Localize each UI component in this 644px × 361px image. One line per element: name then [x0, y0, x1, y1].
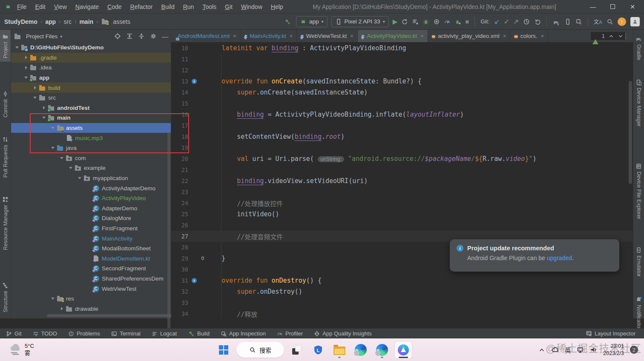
previous-problem-icon[interactable]	[608, 33, 614, 39]
sidebar-item-device-manager[interactable]: Device Manager	[633, 76, 644, 130]
tree-chevron-open-icon[interactable]	[14, 44, 20, 51]
toolwindow-app-quality-insights[interactable]: App Quality Insights	[314, 330, 372, 337]
taskbar-icon-edge-profile[interactable]	[374, 341, 391, 358]
git-update-icon[interactable]: ↙	[494, 18, 500, 25]
run-play-icon[interactable]: ▶	[393, 18, 398, 25]
breadcrumb-item-app[interactable]: app	[45, 18, 56, 25]
taskbar-icon-task-view[interactable]	[288, 341, 305, 358]
tree-item-src[interactable]: src	[11, 93, 171, 103]
tree-item-modalbottomsheet[interactable]: CModalBottomSheet	[11, 244, 171, 254]
tree-chevron-open-icon[interactable]	[32, 95, 38, 101]
sidebar-item-emulator[interactable]: Emulator	[633, 244, 644, 280]
close-button-icon[interactable]: ✕	[630, 3, 635, 10]
toolwindow-build[interactable]: Build	[188, 330, 210, 337]
network-icon[interactable]	[577, 346, 584, 353]
tree-item-.gradle[interactable]: .gradle	[11, 53, 171, 63]
taskbar-icon-android-studio[interactable]	[395, 341, 412, 358]
tab-close-icon[interactable]: ×	[541, 33, 544, 39]
maximize-button-icon[interactable]	[610, 4, 615, 9]
sidebar-item-pull-requests[interactable]: Pull Requests	[0, 133, 11, 181]
taskbar-icon-start[interactable]	[215, 341, 232, 358]
tree-item-build[interactable]: build	[11, 83, 171, 93]
tree-item-drawable[interactable]: drawable	[11, 304, 171, 312]
tree-item-d-githubfiles-studydemo[interactable]: D:\GitHubFiles\StudyDemo	[11, 43, 171, 53]
taskbar-icon-shield-app[interactable]: L	[310, 341, 327, 358]
taskbar-icon-file-explorer[interactable]	[331, 341, 348, 358]
gradle-sync-icon[interactable]	[552, 18, 560, 26]
breadcrumb-item-assets[interactable]: assets	[101, 18, 130, 25]
taskbar-search[interactable]: 搜索	[236, 342, 284, 358]
taskbar-icon-edge[interactable]	[352, 341, 369, 358]
tree-item-adapterdemo[interactable]: CAdapterDemo	[11, 203, 171, 214]
hide-panel-icon[interactable]: —	[162, 33, 168, 40]
tree-chevron-closed-icon[interactable]	[23, 54, 29, 61]
volume-icon[interactable]	[590, 346, 597, 353]
toolwindow-git[interactable]: Git	[6, 330, 22, 337]
tree-chevron-closed-icon[interactable]	[58, 305, 65, 312]
rerun-icon[interactable]	[401, 18, 408, 25]
breadcrumb-item-studydemo[interactable]: StudyDemo	[4, 18, 37, 25]
tree-item-.idea[interactable]: .idea	[11, 63, 171, 73]
debug-icon[interactable]	[423, 18, 429, 25]
sidebar-item-gradle[interactable]: Gradle	[633, 32, 644, 64]
git-push-icon[interactable]: ↗	[513, 18, 519, 25]
menu-build[interactable]: Build	[157, 3, 179, 10]
expand-all-icon[interactable]	[126, 33, 133, 40]
tree-item-secondfragment[interactable]: CSecondFragment	[11, 264, 171, 274]
sidebar-item-resource-manager[interactable]: Resource Manager	[0, 193, 11, 253]
sidebar-item-commit[interactable]: Commit	[0, 87, 11, 121]
tree-item-res[interactable]: res	[11, 294, 171, 304]
breadcrumb-item-main[interactable]: main	[79, 18, 93, 25]
tree-item-dialogmore[interactable]: CDialogMore	[11, 213, 171, 223]
notification-count-badge[interactable]: 2	[630, 346, 638, 354]
tab-close-icon[interactable]: ×	[233, 33, 236, 39]
toolwindow-profiler[interactable]: Profiler	[277, 330, 303, 337]
locate-target-icon[interactable]	[114, 33, 121, 40]
tab-close-icon[interactable]: ×	[503, 33, 506, 39]
editor-tab-activityplayvideo-kt[interactable]: CActivityPlayVideo.kt×	[358, 30, 428, 42]
menu-navigate[interactable]: Navigate	[71, 3, 103, 10]
tree-chevron-closed-icon[interactable]	[40, 104, 47, 111]
sdk-manager-icon[interactable]	[575, 18, 582, 25]
taskbar-clock[interactable]: 23:01 2023/2/3	[603, 343, 624, 357]
git-commit-icon[interactable]: ✓	[504, 18, 509, 25]
tree-item-app[interactable]: app	[11, 73, 171, 83]
toolwindow-app-inspection[interactable]: App Inspection	[221, 330, 266, 337]
overriding-method-icon[interactable]: ↑	[188, 79, 200, 84]
debug-restart-icon[interactable]	[454, 18, 461, 25]
tree-item-activityadapterdemo[interactable]: CActivityAdapterDemo	[11, 183, 171, 193]
menu-git[interactable]: Git	[221, 3, 237, 10]
fold-end-icon[interactable]	[200, 256, 206, 261]
editor-scrollbar[interactable]	[629, 81, 632, 184]
sidebar-item-project[interactable]: Project	[0, 30, 11, 62]
run-configuration-select[interactable]: app ▾	[296, 16, 328, 27]
onedrive-cloud-icon[interactable]	[551, 346, 559, 354]
code-editor[interactable]: 10 lateinit var binding : ActivivtyPlayV…	[171, 43, 633, 318]
minimize-button-icon[interactable]: —	[590, 3, 596, 10]
next-problem-icon[interactable]	[618, 33, 624, 39]
overriding-method-icon[interactable]: ↑	[188, 278, 200, 283]
project-horizontal-scrollbar[interactable]	[47, 314, 175, 317]
tree-item-modeldemoitem.kt[interactable]: ModelDemoItem.kt	[11, 253, 171, 264]
upgrade-link[interactable]: upgraded	[547, 255, 572, 261]
tree-item-androidtest[interactable]: androidTest	[11, 103, 171, 113]
attach-debugger-icon[interactable]	[433, 18, 440, 25]
menu-help[interactable]: Help	[267, 3, 288, 10]
toolwindow-logcat[interactable]: Logcat	[152, 330, 177, 337]
tree-chevron-open-icon[interactable]	[67, 165, 74, 172]
translate-icon[interactable]: 文A	[594, 18, 602, 25]
tab-close-icon[interactable]: ×	[290, 33, 293, 39]
inspections-widget[interactable]: 1	[591, 32, 625, 40]
stop-icon[interactable]: ■	[465, 18, 469, 25]
editor-tab-activivty-play-video-xml[interactable]: activivty_play_video.xml×	[428, 30, 511, 42]
sidebar-item-structure[interactable]: Structure	[0, 279, 11, 316]
ide-upgrade-icon[interactable]: ↑	[618, 17, 626, 26]
tree-item-com[interactable]: com	[11, 153, 171, 163]
editor-tab-colors-[interactable]: colors.×	[510, 30, 548, 42]
language-indicator[interactable]: 英	[565, 346, 571, 354]
search-icon[interactable]	[607, 18, 613, 25]
tree-chevron-closed-icon[interactable]	[32, 84, 38, 91]
editor-tab-androidmanifest-xml[interactable]: AndroidManifest.xml×	[171, 30, 241, 42]
breadcrumb-item-src[interactable]: src	[63, 18, 72, 25]
menu-run[interactable]: Run	[179, 3, 198, 10]
